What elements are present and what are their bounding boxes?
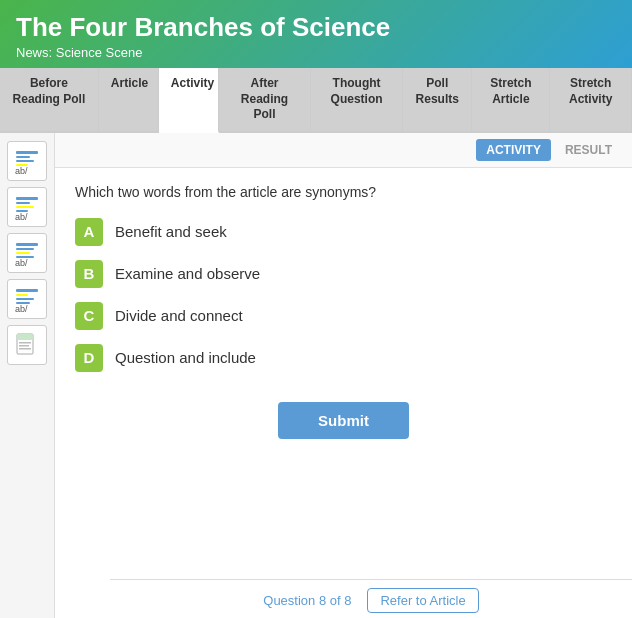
svg-text:ab/: ab/	[15, 304, 28, 313]
svg-rect-24	[19, 348, 31, 350]
svg-text:ab/: ab/	[15, 258, 28, 267]
answer-option-d[interactable]: D Question and include	[75, 344, 612, 372]
tab-stretch-article[interactable]: Stretch Article	[472, 68, 550, 131]
tab-after-reading-poll[interactable]: After Reading Poll	[219, 68, 311, 131]
submit-area: Submit	[75, 402, 612, 439]
svg-rect-23	[19, 345, 29, 347]
sidebar-item-5[interactable]	[7, 325, 47, 365]
svg-rect-21	[17, 334, 33, 340]
question-area: Which two words from the article are syn…	[55, 168, 632, 475]
svg-rect-0	[16, 151, 38, 154]
answer-text-b: Examine and observe	[115, 265, 260, 282]
answer-text-d: Question and include	[115, 349, 256, 366]
svg-rect-16	[16, 294, 28, 296]
answer-text-c: Divide and connect	[115, 307, 243, 324]
answer-option-a[interactable]: A Benefit and seek	[75, 218, 612, 246]
tab-thought-question[interactable]: Thought Question	[311, 68, 403, 131]
sidebar-item-4[interactable]: ab/	[7, 279, 47, 319]
answer-letter-d: D	[75, 344, 103, 372]
question-text: Which two words from the article are syn…	[75, 184, 612, 200]
svg-text:ab/: ab/	[15, 212, 28, 221]
answer-option-c[interactable]: C Divide and connect	[75, 302, 612, 330]
svg-rect-15	[16, 289, 38, 292]
app-subtitle: News: Science Scene	[16, 45, 616, 60]
refer-to-article-button[interactable]: Refer to Article	[367, 588, 478, 613]
tab-article[interactable]: Article	[99, 68, 159, 131]
svg-rect-11	[16, 248, 34, 250]
sidebar: ab/ ab/ ab/	[0, 133, 55, 618]
answer-text-a: Benefit and seek	[115, 223, 227, 240]
main-area: ab/ ab/ ab/	[0, 133, 632, 618]
svg-rect-10	[16, 243, 38, 246]
content-panel: ACTIVITY RESULT Which two words from the…	[55, 133, 632, 618]
navigation-tabs: Before Reading Poll Article Activity Aft…	[0, 68, 632, 133]
bottom-bar: Question 8 of 8 Refer to Article	[110, 579, 632, 618]
svg-rect-7	[16, 206, 34, 208]
submit-button[interactable]: Submit	[278, 402, 409, 439]
activity-tab[interactable]: ACTIVITY	[476, 139, 551, 161]
svg-rect-5	[16, 197, 38, 200]
answer-letter-a: A	[75, 218, 103, 246]
app-header: The Four Branches of Science News: Scien…	[0, 0, 632, 68]
question-nav[interactable]: Question 8 of 8	[263, 593, 351, 608]
svg-rect-1	[16, 156, 30, 158]
svg-rect-22	[19, 342, 31, 344]
answer-letter-c: C	[75, 302, 103, 330]
sidebar-item-2[interactable]: ab/	[7, 187, 47, 227]
answer-letter-b: B	[75, 260, 103, 288]
content-topbar: ACTIVITY RESULT	[55, 133, 632, 168]
answer-option-b[interactable]: B Examine and observe	[75, 260, 612, 288]
svg-rect-2	[16, 160, 34, 162]
svg-rect-12	[16, 252, 30, 254]
sidebar-item-3[interactable]: ab/	[7, 233, 47, 273]
svg-rect-17	[16, 298, 34, 300]
tab-activity[interactable]: Activity	[159, 68, 219, 133]
svg-text:ab/: ab/	[15, 166, 28, 175]
app-title: The Four Branches of Science	[16, 12, 616, 43]
result-tab[interactable]: RESULT	[555, 139, 622, 161]
svg-rect-6	[16, 202, 30, 204]
tab-before-reading-poll[interactable]: Before Reading Poll	[0, 68, 99, 131]
tab-poll-results[interactable]: Poll Results	[403, 68, 472, 131]
tab-stretch-activity[interactable]: Stretch Activity	[550, 68, 632, 131]
sidebar-item-1[interactable]: ab/	[7, 141, 47, 181]
